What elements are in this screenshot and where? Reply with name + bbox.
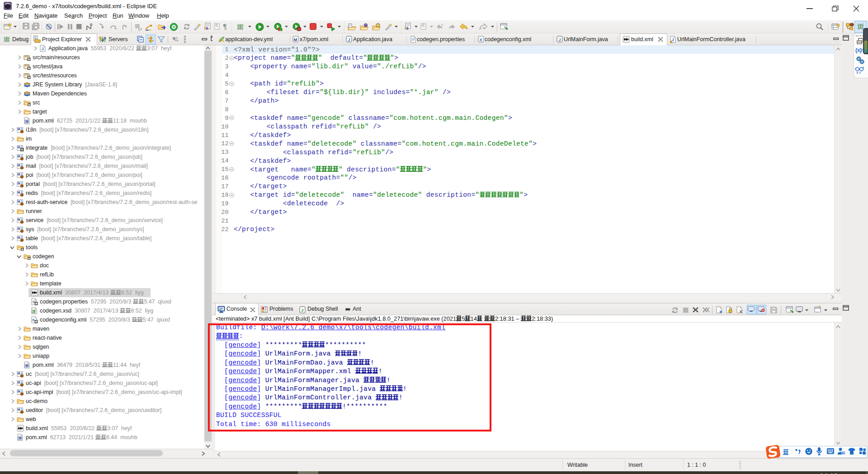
svg-text:35: 35 <box>842 451 845 454</box>
svg-text:J: J <box>20 380 22 384</box>
svg-text:M: M <box>294 38 297 42</box>
svg-text:M: M <box>18 218 20 221</box>
svg-text:J: J <box>20 145 22 148</box>
svg-text:x =: x = <box>857 71 861 74</box>
svg-text:J: J <box>20 389 22 393</box>
svg-text:M: M <box>18 381 20 384</box>
svg-text:J: J <box>301 308 303 313</box>
svg-text:M: M <box>18 128 20 131</box>
svg-text:J: J <box>20 127 22 130</box>
svg-text:J: J <box>20 199 22 203</box>
svg-text:J: J <box>672 37 674 42</box>
svg-text:M: M <box>18 227 20 230</box>
svg-text:M: M <box>26 364 28 367</box>
svg-text:S: S <box>33 309 35 313</box>
svg-text:J: J <box>20 154 22 157</box>
svg-text:M: M <box>18 236 20 239</box>
svg-text:J: J <box>20 408 22 411</box>
svg-text:M: M <box>18 164 20 167</box>
svg-text:M: M <box>18 173 20 176</box>
svg-text:J: J <box>20 172 22 175</box>
svg-text:M: M <box>18 390 20 393</box>
svg-text:M: M <box>18 372 20 375</box>
svg-text:X: X <box>32 318 35 322</box>
svg-text:M: M <box>18 191 20 194</box>
svg-text:J: J <box>20 236 22 239</box>
svg-text:J: J <box>20 371 22 374</box>
svg-text:M: M <box>18 146 20 149</box>
svg-text:M: M <box>26 120 28 123</box>
svg-text:M: M <box>18 200 20 203</box>
svg-text:M: M <box>18 182 20 185</box>
svg-text:J: J <box>348 37 350 42</box>
svg-text:X: X <box>480 38 482 42</box>
svg-text:J: J <box>20 227 22 230</box>
svg-text:M: M <box>18 155 20 158</box>
svg-text:M: M <box>18 408 20 411</box>
svg-text:J: J <box>20 163 22 166</box>
svg-text:J: J <box>20 181 22 185</box>
svg-text:¶: ¶ <box>223 23 227 30</box>
svg-text:J: J <box>20 190 22 194</box>
svg-text:M: M <box>19 436 22 440</box>
svg-text:J: J <box>20 218 22 221</box>
svg-text:J: J <box>558 37 561 42</box>
svg-text:J: J <box>42 46 44 51</box>
